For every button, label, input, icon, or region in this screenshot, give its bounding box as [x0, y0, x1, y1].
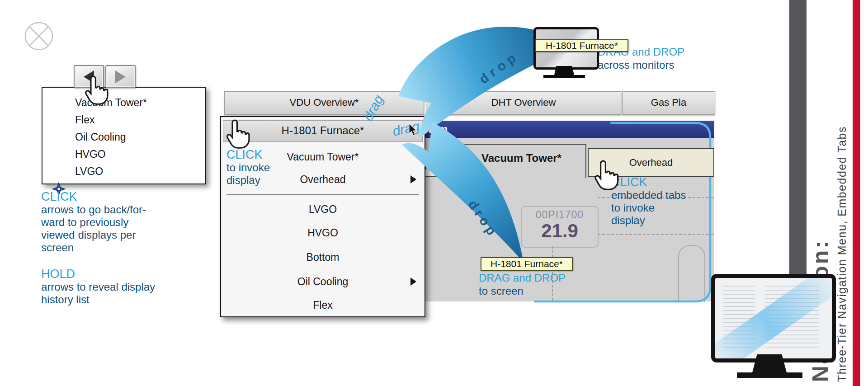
annotation-click-back: CLICK arrows to go back/for- ward to pre… — [41, 190, 146, 254]
annotation-body: embedded tabs to invoke display — [611, 189, 686, 227]
history-item[interactable]: Vacuum Tower* — [75, 94, 147, 111]
annotation-head: CLICK — [611, 175, 686, 189]
close-icon[interactable] — [24, 21, 54, 51]
annotation-click-embedded: CLICK embedded tabs to invoke display — [611, 175, 686, 227]
dropped-display-label[interactable]: H-1801 Furnace* — [481, 257, 573, 271]
monitor-base — [543, 75, 585, 78]
menu-item-oil-cooling[interactable]: Oil Cooling — [221, 274, 425, 289]
submenu-arrow-icon — [410, 175, 416, 184]
display-titlebar: htm — [398, 121, 714, 138]
display-history-nav — [74, 65, 136, 88]
annotation-click-invoke: CLICK to invoke display — [226, 148, 270, 187]
annotation-body: to screen — [479, 285, 566, 297]
workstation-monitor — [711, 274, 836, 362]
navigation-menu: H-1801 Furnace* Vacuum Tower* Overhead L… — [220, 116, 425, 317]
process-gauge: 00PI1700 21.9 — [521, 206, 599, 248]
monitor-stand — [752, 354, 787, 372]
tier1-tab-gas-plant[interactable]: Gas Pla — [622, 91, 715, 115]
history-item[interactable]: HVGO — [75, 146, 106, 163]
menu-item-label: Oil Cooling — [297, 276, 349, 287]
annotation-hold: HOLD arrows to reveal display history li… — [41, 267, 155, 306]
annotation-head: HOLD — [41, 267, 155, 281]
back-button[interactable] — [74, 65, 104, 88]
history-item[interactable]: Flex — [75, 111, 94, 128]
monitor-stand — [554, 66, 574, 75]
embedded-tab-vacuum-tower[interactable]: Vacuum Tower* — [457, 144, 586, 178]
menu-separator — [226, 194, 419, 195]
display-history-panel: Vacuum Tower* Flex Oil Cooling HVGO LVGO — [42, 87, 206, 184]
monitor-base — [737, 372, 802, 378]
forward-arrow-icon — [115, 71, 126, 83]
gauge-value: 21.9 — [522, 221, 598, 241]
menu-item-hvgo[interactable]: HVGO — [221, 225, 425, 240]
annotation-head: DRAG and DROP — [479, 271, 566, 285]
back-arrow-icon — [84, 71, 94, 83]
menu-item-label: Overhead — [300, 174, 345, 185]
process-dashed-line — [598, 234, 713, 235]
tier1-tab-dht-overview[interactable]: DHT Overview — [426, 91, 621, 115]
menu-item-lvgo[interactable]: LVGO — [221, 202, 425, 217]
annotation-body: arrows to reveal display history list — [41, 281, 155, 306]
submenu-arrow-icon — [410, 278, 416, 286]
page-subtitle: Three-Tier Navigation Menu, Embedded Tab… — [835, 126, 849, 382]
annotation-body: to invoke display — [226, 161, 270, 187]
dragged-display-label[interactable]: H-1801 Furnace* — [535, 39, 628, 52]
drop-label-1: drop — [476, 48, 522, 87]
annotation-drag-drop-screen: DRAG and DROP to screen — [479, 271, 566, 297]
annotation-body: across monitors — [598, 59, 684, 71]
history-item[interactable]: Oil Cooling — [75, 128, 126, 146]
forward-button[interactable] — [105, 65, 136, 88]
annotation-head: CLICK — [226, 148, 270, 161]
history-item[interactable]: LVGO — [75, 163, 103, 180]
annotation-head: CLICK — [41, 190, 146, 203]
embedded-tab-overhead[interactable]: Overhead — [588, 148, 714, 177]
gauge-tag: 00PI1700 — [522, 209, 598, 221]
menu-item-bottom[interactable]: Bottom — [221, 249, 425, 265]
tier1-tab-vdu-overview[interactable]: VDU Overview* — [224, 91, 424, 115]
annotation-body: arrows to go back/for- ward to previousl… — [41, 203, 146, 254]
process-vessel-outline — [678, 245, 705, 302]
menu-item-flex[interactable]: Flex — [221, 297, 425, 313]
sidebar-red-bar — [853, 0, 860, 386]
